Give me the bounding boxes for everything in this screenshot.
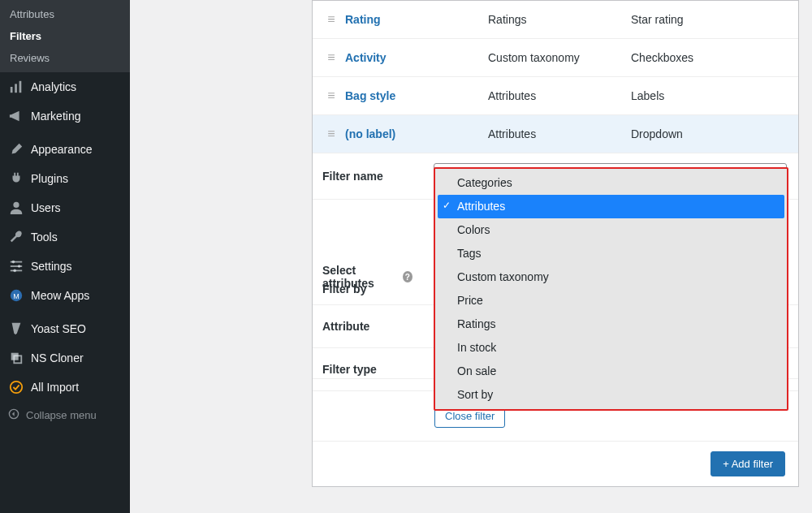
dropdown-option[interactable]: Ratings: [438, 313, 784, 336]
content-area: ≡ Rating Ratings Star rating ≡ Activity …: [130, 0, 812, 513]
svg-point-8: [18, 265, 21, 268]
sidebar-item-appearance[interactable]: Appearance: [0, 135, 130, 164]
filter-source: Custom taxonomy: [488, 51, 626, 64]
sidebar-item-label: NS Cloner: [31, 351, 84, 364]
svg-rect-0: [11, 87, 13, 93]
sidebar-item-label: Users: [31, 201, 61, 214]
svg-rect-1: [15, 84, 17, 93]
sidebar-submenu: Attributes Filters Reviews: [0, 0, 130, 72]
svg-point-9: [13, 269, 16, 273]
dropdown-option[interactable]: Tags: [438, 242, 784, 265]
sidebar-item-tools[interactable]: Tools: [0, 222, 130, 252]
dropdown-option[interactable]: Attributes: [438, 195, 784, 218]
filter-row[interactable]: ≡ (no label) Attributes Dropdown: [313, 115, 798, 153]
meow-icon: M: [8, 287, 24, 304]
sidebar-item-settings[interactable]: Settings: [0, 252, 130, 281]
filters-panel: ≡ Rating Ratings Star rating ≡ Activity …: [312, 0, 799, 487]
filter-type: Star rating: [631, 13, 788, 26]
svg-text:M: M: [13, 292, 19, 300]
sidebar-item-users[interactable]: Users: [0, 193, 130, 222]
import-icon: [8, 379, 24, 395]
megaphone-icon: [8, 108, 24, 124]
cloner-icon: [8, 350, 24, 366]
user-icon: [8, 200, 24, 216]
filter-name-link[interactable]: Rating: [345, 13, 483, 26]
filter-name-link[interactable]: (no label): [345, 127, 483, 140]
svg-rect-2: [19, 81, 22, 93]
sidebar-collapse[interactable]: Collapse menu: [0, 402, 130, 429]
sidebar-item-meow-apps[interactable]: M Meow Apps: [0, 281, 130, 310]
drag-handle-icon[interactable]: ≡: [322, 88, 340, 103]
filter-type: Labels: [631, 89, 788, 102]
sidebar-item-analytics[interactable]: Analytics: [0, 72, 130, 101]
field-label: Filter name: [313, 153, 422, 199]
filter-row[interactable]: ≡ Bag style Attributes Labels: [313, 77, 798, 115]
dropdown-option[interactable]: Colors: [438, 218, 784, 242]
sidebar-sub-attributes[interactable]: Attributes: [0, 3, 130, 25]
svg-rect-12: [11, 353, 19, 360]
field-label: Filter by: [313, 200, 422, 378]
sidebar-item-ns-cloner[interactable]: NS Cloner: [0, 343, 130, 373]
filter-by-dropdown[interactable]: Categories Attributes Colors Tags Custom…: [434, 167, 788, 411]
sidebar-collapse-label: Collapse menu: [26, 409, 97, 421]
sidebar-item-marketing[interactable]: Marketing: [0, 101, 130, 131]
svg-point-14: [11, 382, 22, 393]
filter-name-link[interactable]: Activity: [345, 51, 483, 64]
filter-type: Dropdown: [631, 127, 788, 140]
drag-handle-icon[interactable]: ≡: [322, 12, 340, 27]
svg-point-7: [12, 261, 15, 264]
filter-row[interactable]: ≡ Activity Custom taxonomy Checkboxes: [313, 39, 798, 77]
dropdown-option[interactable]: Categories: [438, 171, 784, 195]
filter-source: Attributes: [488, 127, 626, 140]
dropdown-option[interactable]: In stock: [438, 336, 784, 360]
sliders-icon: [8, 258, 24, 274]
wrench-icon: [8, 229, 24, 245]
dropdown-option[interactable]: Price: [438, 289, 784, 313]
sidebar-item-label: Settings: [31, 260, 72, 273]
yoast-icon: [8, 321, 24, 337]
plug-icon: [8, 170, 24, 187]
filters-table: ≡ Rating Ratings Star rating ≡ Activity …: [313, 1, 798, 153]
sidebar-item-label: Appearance: [31, 143, 93, 156]
add-filter-button[interactable]: + Add filter: [710, 451, 785, 476]
sidebar-item-label: All Import: [31, 381, 79, 394]
drag-handle-icon[interactable]: ≡: [322, 50, 340, 65]
filter-name-link[interactable]: Bag style: [345, 89, 483, 102]
dropdown-option[interactable]: Sort by: [438, 383, 784, 407]
sidebar-item-plugins[interactable]: Plugins: [0, 164, 130, 193]
sidebar-item-label: Marketing: [31, 110, 80, 123]
admin-sidebar: Attributes Filters Reviews Analytics Mar…: [0, 0, 130, 513]
drag-handle-icon[interactable]: ≡: [322, 127, 340, 141]
sidebar-item-label: Analytics: [31, 80, 76, 93]
filter-row[interactable]: ≡ Rating Ratings Star rating: [313, 1, 798, 39]
sidebar-item-all-import[interactable]: All Import: [0, 373, 130, 402]
filter-editor: Filter name Filter by Categories Attribu…: [313, 153, 798, 441]
analytics-icon: [8, 79, 24, 95]
filter-source: Attributes: [488, 89, 626, 102]
sidebar-item-label: Plugins: [31, 172, 68, 185]
filter-type: Checkboxes: [631, 51, 788, 64]
sidebar-item-yoast[interactable]: Yoast SEO: [0, 314, 130, 343]
dropdown-option[interactable]: On sale: [438, 360, 784, 383]
sidebar-item-label: Tools: [31, 231, 58, 244]
editor-row-filter-by: Filter by Categories Attributes Colors T…: [313, 200, 798, 379]
svg-point-3: [13, 202, 19, 208]
sidebar-sub-filters[interactable]: Filters: [0, 25, 130, 47]
sidebar-item-label: Yoast SEO: [31, 322, 86, 335]
brush-icon: [8, 141, 24, 157]
sidebar-item-label: Meow Apps: [31, 289, 89, 302]
collapse-icon: [8, 408, 19, 422]
filter-source: Ratings: [488, 13, 626, 26]
sidebar-sub-reviews[interactable]: Reviews: [0, 47, 130, 69]
panel-footer: + Add filter: [313, 441, 798, 486]
dropdown-option[interactable]: Custom taxonomy: [438, 265, 784, 289]
